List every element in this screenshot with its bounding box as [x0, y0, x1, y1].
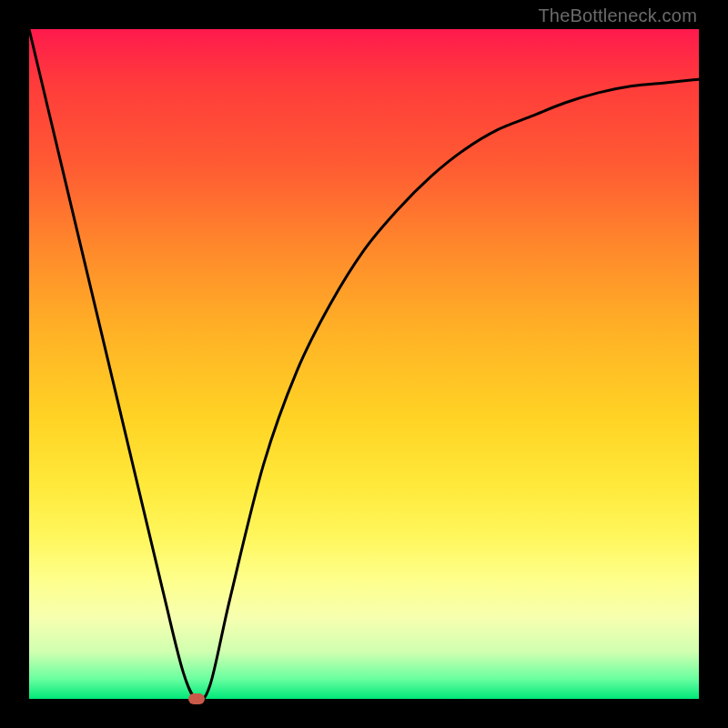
plot-area — [29, 29, 699, 699]
chart-frame: TheBottleneck.com — [0, 0, 728, 728]
watermark-text: TheBottleneck.com — [538, 5, 697, 26]
heat-gradient-background — [29, 29, 699, 699]
optimum-marker — [188, 693, 205, 704]
